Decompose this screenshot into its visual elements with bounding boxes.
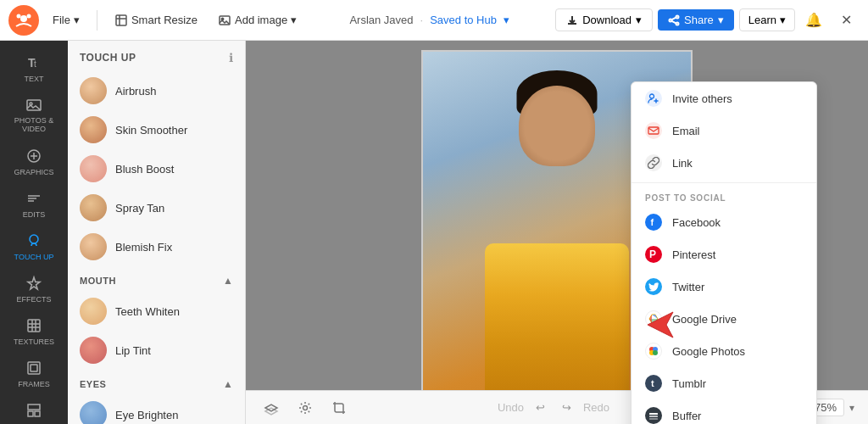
- file-chevron: ▾: [74, 14, 80, 26]
- touchup-label: TOUCH UP: [14, 253, 54, 261]
- teeth-whiten-item[interactable]: Teeth Whiten: [68, 292, 245, 331]
- buffer-item[interactable]: Buffer: [632, 399, 816, 424]
- svg-text:t: t: [34, 59, 36, 69]
- notifications-button[interactable]: 🔔: [800, 7, 827, 34]
- svg-point-8: [670, 19, 672, 21]
- sidebar-item-textures[interactable]: TEXTURES: [0, 310, 68, 353]
- skin-smoother-avatar: [80, 116, 107, 143]
- close-icon: ✕: [841, 12, 852, 28]
- email-item[interactable]: Email: [632, 114, 816, 147]
- sidebar-item-frames[interactable]: FRAMES: [0, 353, 68, 395]
- redo-button[interactable]: ↪: [557, 399, 576, 416]
- topbar-right: Download ▾ Share ▾ Learn ▾ 🔔 ✕: [555, 7, 860, 34]
- sidebar-item-touchup[interactable]: TOUCH UP: [0, 226, 68, 268]
- svg-text:f: f: [651, 217, 654, 227]
- twitter-icon: [645, 278, 662, 295]
- facebook-item[interactable]: f Facebook: [632, 206, 816, 238]
- facebook-icon: f: [645, 214, 662, 231]
- svg-rect-16: [28, 362, 40, 374]
- blush-boost-item[interactable]: Blush Boost: [68, 149, 245, 188]
- airbrush-avatar: [80, 77, 107, 104]
- twitter-item[interactable]: Twitter: [632, 271, 816, 303]
- sidebar-item-graphics[interactable]: GRAPHICS: [0, 141, 68, 183]
- sidebar-item-photos[interactable]: PHOTOS &VIDEO: [0, 90, 68, 141]
- save-chevron: ▾: [504, 14, 509, 26]
- svg-point-1: [17, 14, 21, 18]
- eyes-section-header: EYES ▲: [68, 370, 245, 395]
- svg-rect-15: [28, 320, 40, 332]
- download-label: Download: [582, 14, 632, 26]
- invite-icon: [645, 90, 662, 107]
- email-icon: [645, 122, 662, 139]
- mouth-toggle[interactable]: ▲: [223, 275, 233, 287]
- svg-rect-19: [28, 411, 33, 416]
- email-label: Email: [672, 125, 700, 137]
- separator-1: [97, 10, 97, 31]
- pinterest-item[interactable]: P Pinterest: [632, 238, 816, 271]
- eye-brighten-item[interactable]: Eye Brighten: [68, 395, 245, 424]
- pinterest-icon: P: [645, 246, 662, 263]
- textures-label: TEXTURES: [14, 338, 54, 346]
- lip-tint-item[interactable]: Lip Tint: [68, 331, 245, 370]
- user-name: Arslan Javed: [349, 14, 413, 26]
- panel-title: TOUCH UP: [80, 52, 136, 64]
- canvas-area: Invite others Email Link POST TO SOCIAL …: [246, 41, 868, 424]
- save-status[interactable]: Saved to Hub: [430, 14, 497, 26]
- learn-chevron: ▾: [780, 14, 786, 26]
- blemish-fix-item[interactable]: Blemish Fix: [68, 227, 245, 266]
- layers-button[interactable]: [259, 396, 283, 420]
- invite-others-label: Invite others: [672, 92, 732, 105]
- topbar-center: Arslan Javed · Saved to Hub ▾: [310, 14, 548, 26]
- edits-label: EDITS: [23, 210, 46, 219]
- undo-label: Undo: [498, 401, 524, 414]
- share-icon: [668, 14, 680, 26]
- crop-button[interactable]: [327, 396, 351, 420]
- canvas-tools: [259, 396, 351, 420]
- svg-rect-17: [31, 365, 37, 371]
- spray-tan-item[interactable]: Spray Tan: [68, 188, 245, 227]
- buffer-label: Buffer: [672, 410, 701, 422]
- smart-resize-button[interactable]: Smart Resize: [108, 10, 204, 31]
- blush-boost-label: Blush Boost: [115, 163, 174, 176]
- svg-rect-3: [116, 15, 126, 25]
- invite-others-item[interactable]: Invite others: [632, 82, 816, 114]
- file-menu-button[interactable]: File ▾: [46, 10, 86, 30]
- main-area: Tt TEXT PHOTOS &VIDEO GRAPHICS EDITS TOU…: [0, 41, 868, 424]
- eye-brighten-avatar: [80, 401, 107, 424]
- sidebar-item-templates[interactable]: TEMPLATES: [0, 395, 68, 424]
- sidebar-item-text[interactable]: Tt TEXT: [0, 47, 68, 90]
- undo-button[interactable]: ↩: [531, 399, 550, 416]
- undo-redo-area: Undo ↩ ↪ Redo: [498, 399, 609, 416]
- learn-button[interactable]: Learn ▾: [739, 8, 795, 31]
- tumblr-item[interactable]: t Tumblr: [632, 367, 816, 399]
- teeth-whiten-label: Teeth Whiten: [115, 305, 180, 318]
- touch-up-panel: TOUCH UP ℹ Airbrush Skin Smoother Blush …: [68, 41, 246, 424]
- file-label: File: [53, 14, 70, 26]
- twitter-label: Twitter: [672, 281, 704, 293]
- graphics-label: GRAPHICS: [14, 168, 53, 176]
- info-icon[interactable]: ℹ: [229, 51, 233, 64]
- skin-smoother-item[interactable]: Skin Smoother: [68, 110, 245, 149]
- dropdown-divider-1: [632, 182, 816, 183]
- add-image-button[interactable]: Add image ▾: [211, 10, 303, 31]
- svg-point-14: [30, 235, 38, 243]
- tumblr-label: Tumblr: [672, 377, 706, 390]
- svg-point-6: [676, 15, 679, 18]
- sidebar-item-edits[interactable]: EDITS: [0, 183, 68, 226]
- blemish-fix-avatar: [80, 233, 107, 260]
- effects-label: EFFECTS: [16, 295, 51, 304]
- download-button[interactable]: Download ▾: [555, 8, 653, 31]
- airbrush-label: Airbrush: [115, 85, 156, 98]
- share-button[interactable]: Share ▾: [658, 9, 734, 31]
- redo-label: Redo: [583, 401, 609, 414]
- zoom-chevron[interactable]: ▾: [849, 402, 854, 414]
- post-to-social-label: POST TO SOCIAL: [632, 187, 816, 206]
- sidebar-item-effects[interactable]: EFFECTS: [0, 268, 68, 310]
- eyes-toggle[interactable]: ▲: [223, 378, 233, 390]
- link-item[interactable]: Link: [632, 147, 816, 179]
- person-head: [519, 86, 595, 166]
- airbrush-item[interactable]: Airbrush: [68, 71, 245, 110]
- mouth-section-header: MOUTH ▲: [68, 266, 245, 292]
- settings-button[interactable]: [293, 396, 317, 420]
- close-button[interactable]: ✕: [832, 7, 860, 34]
